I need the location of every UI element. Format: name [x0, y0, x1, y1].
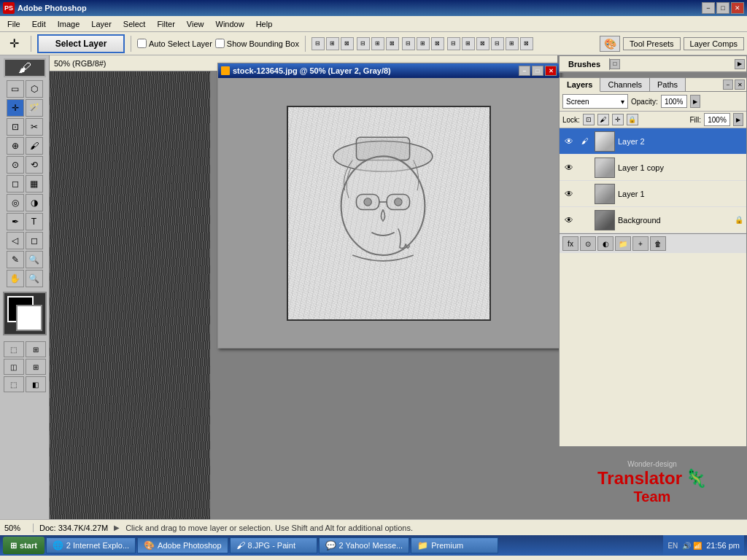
minimize-button[interactable]: − — [702, 2, 715, 14]
fill-arrow[interactable]: ▶ — [733, 113, 743, 126]
close-button[interactable]: ✕ — [731, 2, 744, 14]
taskbar-item-yahoo[interactable]: 💬 2 Yahoo! Messe... — [319, 537, 410, 553]
tool-move[interactable]: ✛ — [7, 99, 24, 117]
lock-transparent[interactable]: ⊡ — [583, 114, 595, 125]
menu-layer[interactable]: Layer — [85, 18, 117, 30]
menu-window[interactable]: Window — [210, 18, 250, 30]
tool-eyedropper[interactable]: 🔍 — [26, 251, 43, 268]
brushes-maximize-btn[interactable]: □ — [610, 59, 620, 69]
bounding-box-checkbox[interactable]: Show Bounding Box — [215, 39, 299, 48]
tool-heal[interactable]: ⊕ — [7, 137, 24, 155]
menu-filter[interactable]: Filter — [151, 18, 180, 30]
dist-s5[interactable]: ⊞ — [506, 37, 519, 50]
align-left[interactable]: ⊟ — [311, 37, 325, 50]
lock-position[interactable]: ✛ — [612, 114, 624, 125]
brushes-menu-btn[interactable]: ▶ — [735, 59, 745, 69]
tool-brush[interactable]: 🖌 — [26, 137, 43, 155]
lock-all[interactable]: 🔒 — [627, 114, 638, 125]
menu-file[interactable]: File — [1, 18, 26, 30]
tool-blur[interactable]: ◎ — [7, 194, 24, 211]
tool-slice[interactable]: ✂ — [26, 118, 43, 136]
image-minimize[interactable]: − — [519, 66, 530, 76]
auto-select-checkbox[interactable]: Auto Select Layer — [137, 39, 212, 48]
tool-dodge[interactable]: ◑ — [26, 194, 43, 211]
auto-select-input[interactable] — [137, 39, 147, 48]
dist-h3[interactable]: ⊠ — [386, 37, 399, 50]
dist-h1[interactable]: ⊟ — [357, 37, 370, 50]
layer-new-btn[interactable]: + — [632, 236, 649, 251]
brushes-tab[interactable]: Brushes — [560, 58, 610, 70]
panel-close-btn[interactable]: ✕ — [735, 79, 745, 90]
taskbar-item-ps[interactable]: 🎨 Adobe Photoshop — [137, 537, 228, 553]
select-layer-button[interactable]: Select Layer — [37, 34, 125, 53]
tool-notes[interactable]: ✎ — [7, 251, 24, 268]
screen-mode[interactable]: ⊞ — [26, 341, 46, 357]
layer-1-eye[interactable]: 👁 — [562, 187, 576, 201]
layer-row-bg[interactable]: 👁 Background 🔒 — [560, 207, 746, 233]
image-maximize[interactable]: □ — [532, 66, 543, 76]
taskbar-item-premium[interactable]: 📁 Premium — [411, 537, 498, 553]
align-center[interactable]: ⊞ — [326, 37, 339, 50]
view-mode-2[interactable]: ⊞ — [26, 359, 46, 375]
tool-path-select[interactable]: ◁ — [7, 232, 24, 249]
layer-comps-button[interactable]: Layer Comps — [684, 37, 744, 50]
palette-button[interactable]: 🎨 — [600, 36, 620, 52]
dist-v3[interactable]: ⊠ — [431, 37, 444, 50]
image-close[interactable]: ✕ — [545, 66, 557, 76]
background-color[interactable] — [16, 305, 42, 331]
dist-s3[interactable]: ⊠ — [476, 37, 489, 50]
tool-pen[interactable]: ✒ — [7, 213, 24, 230]
layer-effects-btn[interactable]: fx — [562, 236, 578, 251]
tool-magic-wand[interactable]: 🪄 — [26, 99, 43, 117]
tool-marquee[interactable]: ▭ — [7, 80, 24, 98]
quick-mask[interactable]: ⬚ — [4, 341, 24, 357]
align-right[interactable]: ⊠ — [341, 37, 354, 50]
layer-bg-eye[interactable]: 👁 — [562, 214, 576, 227]
panel-minimize-btn[interactable]: − — [723, 79, 733, 90]
tool-eraser[interactable]: ◻ — [7, 175, 24, 192]
taskbar-item-paint[interactable]: 🖌 8.JPG - Paint — [230, 537, 317, 553]
layer-2-eye[interactable]: 👁 — [562, 135, 576, 148]
start-button[interactable]: ⊞ start — [3, 537, 44, 554]
menu-select[interactable]: Select — [117, 18, 152, 30]
taskbar-item-ie[interactable]: 🌐 2 Internet Explo... — [46, 537, 136, 553]
tab-paths[interactable]: Paths — [650, 78, 686, 91]
layer-row-2[interactable]: 👁 🖌 Layer 2 — [560, 128, 746, 155]
tool-hand[interactable]: ✋ — [7, 270, 24, 287]
layer-1copy-eye[interactable]: 👁 — [562, 161, 576, 174]
lock-pixels[interactable]: 🖌 — [597, 114, 609, 125]
opacity-value[interactable]: 100% — [661, 95, 687, 108]
layer-row-1copy[interactable]: 👁 Layer 1 copy — [560, 155, 746, 181]
opacity-arrow[interactable]: ▶ — [690, 95, 700, 108]
menu-view[interactable]: View — [181, 18, 210, 30]
action-btn-1[interactable]: ⬚ — [4, 376, 24, 392]
menu-image[interactable]: Image — [52, 18, 86, 30]
tool-crop[interactable]: ⊡ — [7, 118, 24, 136]
maximize-button[interactable]: □ — [716, 2, 729, 14]
color-picker[interactable] — [3, 292, 47, 335]
dist-h2[interactable]: ⊞ — [371, 37, 384, 50]
fill-value[interactable]: 100% — [704, 113, 730, 126]
dist-v1[interactable]: ⊟ — [402, 37, 415, 50]
tool-clone[interactable]: ⊙ — [7, 156, 24, 174]
tab-layers[interactable]: Layers — [560, 78, 600, 92]
dist-s1[interactable]: ⊟ — [447, 37, 460, 50]
dist-s4[interactable]: ⊟ — [491, 37, 504, 50]
layer-row-1[interactable]: 👁 Layer 1 — [560, 181, 746, 207]
tool-history[interactable]: ⟲ — [26, 156, 43, 174]
menu-edit[interactable]: Edit — [26, 18, 52, 30]
tool-presets-button[interactable]: Tool Presets — [623, 37, 681, 50]
status-arrow-btn[interactable]: ▶ — [114, 524, 120, 532]
tool-zoom[interactable]: 🔍 — [26, 270, 43, 287]
action-btn-2[interactable]: ◧ — [26, 376, 46, 392]
move-tool-icon[interactable]: ✛ — [3, 34, 25, 53]
layer-group-btn[interactable]: 📁 — [615, 236, 631, 251]
tool-shape[interactable]: ◻ — [26, 232, 43, 249]
tool-gradient[interactable]: ▦ — [26, 175, 43, 192]
tool-lasso[interactable]: ⬡ — [26, 80, 43, 98]
bounding-box-input[interactable] — [215, 39, 225, 48]
layer-adjust-btn[interactable]: ◐ — [597, 236, 614, 251]
dist-s2[interactable]: ⊞ — [462, 37, 475, 50]
blend-mode-dropdown[interactable]: Screen ▾ — [562, 94, 628, 109]
view-mode-1[interactable]: ◫ — [4, 359, 24, 375]
